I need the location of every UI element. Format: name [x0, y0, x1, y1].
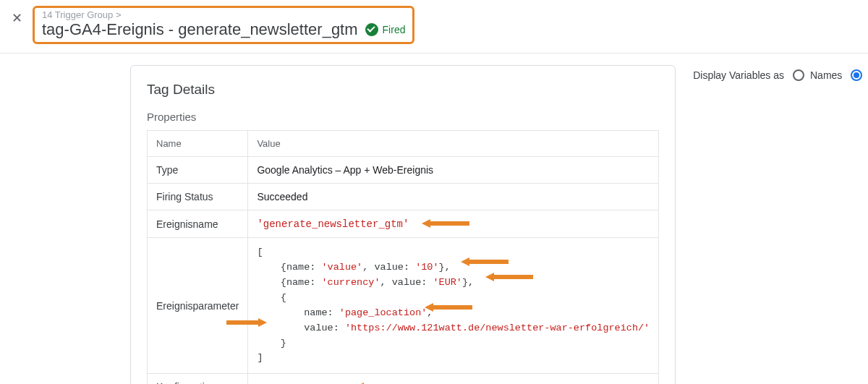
properties-subheading: Properties — [147, 111, 659, 123]
event-params-code: [ {name: 'value', value: '10'}, {name: '… — [257, 245, 650, 366]
prop-firing-label: Firing Status — [148, 184, 248, 210]
prop-config-value: 'G-R3GGQNPB24' — [248, 374, 659, 384]
display-vars-label: Display Variables as — [693, 69, 784, 81]
col-name: Name — [148, 131, 248, 157]
title-highlight-box: 14 Trigger Group > tag-GA4-Ereignis - ge… — [33, 6, 414, 44]
prop-params-label: Ereignisparameter — [148, 238, 248, 374]
table-row: Type Google Analytics – App + Web-Ereign… — [148, 157, 659, 184]
col-value: Value — [248, 131, 659, 157]
table-row: Ereignisparameter [ {name: 'value', valu… — [148, 238, 659, 374]
radio-values[interactable] — [851, 69, 862, 81]
panel-heading: Tag Details — [147, 82, 659, 98]
prop-params-value: [ {name: 'value', value: '10'}, {name: '… — [248, 238, 659, 374]
prop-event-label: Ereignisname — [148, 210, 248, 238]
header-bar: ✕ 14 Trigger Group > tag-GA4-Ereignis - … — [0, 0, 868, 54]
tag-details-panel: Tag Details Properties Name Value Type G… — [130, 65, 676, 384]
display-variables-toggle: Display Variables as Names Values — [693, 65, 868, 81]
breadcrumb[interactable]: 14 Trigger Group > — [42, 9, 405, 20]
prop-type-value: Google Analytics – App + Web-Ereignis — [248, 157, 659, 184]
close-icon[interactable]: ✕ — [6, 6, 33, 25]
table-row: Ereignisname 'generate_newsletter_gtm' — [148, 210, 659, 238]
check-circle-icon — [365, 23, 378, 36]
table-row: Konfigurations-Tag 'G-R3GGQNPB24' — [148, 374, 659, 384]
properties-table: Name Value Type Google Analytics – App +… — [147, 130, 659, 384]
prop-event-value: 'generate_newsletter_gtm' — [248, 210, 659, 238]
prop-type-label: Type — [148, 157, 248, 184]
prop-firing-value: Succeeded — [248, 184, 659, 210]
radio-names[interactable] — [793, 69, 804, 81]
fired-label: Fired — [383, 24, 406, 35]
event-name-value: 'generate_newsletter_gtm' — [257, 218, 409, 230]
fired-badge: Fired — [365, 23, 406, 36]
table-row: Firing Status Succeeded — [148, 184, 659, 210]
page-title: tag-GA4-Ereignis - generate_newsletter_g… — [42, 20, 358, 39]
radio-names-label[interactable]: Names — [810, 69, 842, 81]
prop-config-label: Konfigurations-Tag — [148, 374, 248, 384]
